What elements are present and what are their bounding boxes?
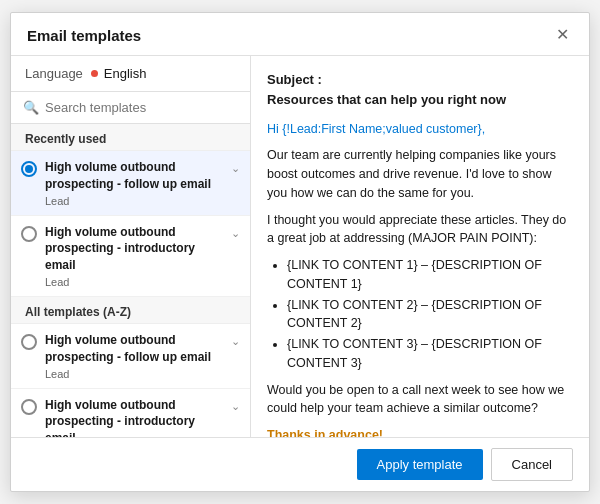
dialog-body: Language English 🔍 Recently used	[11, 56, 589, 437]
language-row: Language English	[11, 56, 250, 92]
subject-label: Subject :	[267, 72, 322, 87]
body-para-1: Our team are currently helping companies…	[267, 146, 573, 202]
radio-empty-3	[21, 334, 37, 350]
radio-empty-2	[21, 226, 37, 242]
template-text-2: High volume outbound prospecting - intro…	[45, 224, 227, 288]
body-para-3: Would you be open to a call next week to…	[267, 381, 573, 419]
dialog-header: Email templates ✕	[11, 13, 589, 56]
email-templates-dialog: Email templates ✕ Language English 🔍 Rec…	[10, 12, 590, 492]
list-item-3: {LINK TO CONTENT 3} – {DESCRIPTION OF CO…	[287, 335, 573, 373]
right-panel: Subject : Resources that can help you ri…	[251, 56, 589, 437]
left-panel: Language English 🔍 Recently used	[11, 56, 251, 437]
template-tag-2: Lead	[45, 276, 227, 288]
template-name-2: High volume outbound prospecting - intro…	[45, 224, 227, 274]
language-label: Language	[25, 66, 83, 81]
template-tag-3: Lead	[45, 368, 227, 380]
templates-list: Recently used High volume outbound prosp…	[11, 124, 250, 437]
all-templates-header: All templates (A-Z)	[11, 297, 250, 324]
radio-selected-1	[21, 161, 37, 177]
all-templates-item-1[interactable]: High volume outbound prospecting - follo…	[11, 324, 250, 389]
dialog-title: Email templates	[27, 27, 141, 44]
search-icon: 🔍	[23, 100, 39, 115]
search-box: 🔍	[11, 92, 250, 124]
language-value: English	[104, 66, 147, 81]
body-para-2: I thought you would appreciate these art…	[267, 211, 573, 249]
template-text-4: High volume outbound prospecting - intro…	[45, 397, 227, 437]
thanks-text: Thanks in advance!	[267, 426, 573, 437]
cancel-button[interactable]: Cancel	[491, 448, 573, 481]
dialog-footer: Apply template Cancel	[11, 437, 589, 491]
template-name-4: High volume outbound prospecting - intro…	[45, 397, 227, 437]
content-list: {LINK TO CONTENT 1} – {DESCRIPTION OF CO…	[287, 256, 573, 373]
apply-template-button[interactable]: Apply template	[357, 449, 483, 480]
template-text-1: High volume outbound prospecting - follo…	[45, 159, 227, 207]
template-text-3: High volume outbound prospecting - follo…	[45, 332, 227, 380]
subject-value: Resources that can help you right now	[267, 92, 506, 107]
language-required-dot	[91, 70, 98, 77]
list-item-1: {LINK TO CONTENT 1} – {DESCRIPTION OF CO…	[287, 256, 573, 294]
chevron-down-icon-1: ⌄	[231, 162, 240, 175]
radio-dot-1	[25, 165, 33, 173]
chevron-down-icon-4: ⌄	[231, 400, 240, 413]
chevron-down-icon-2: ⌄	[231, 227, 240, 240]
all-templates-item-2[interactable]: High volume outbound prospecting - intro…	[11, 389, 250, 437]
recently-used-header: Recently used	[11, 124, 250, 151]
chevron-down-icon-3: ⌄	[231, 335, 240, 348]
subject-line: Subject : Resources that can help you ri…	[267, 70, 573, 110]
greeting: Hi {!Lead:First Name;valued customer},	[267, 120, 573, 139]
template-name-1: High volume outbound prospecting - follo…	[45, 159, 227, 193]
template-name-3: High volume outbound prospecting - follo…	[45, 332, 227, 366]
radio-empty-4	[21, 399, 37, 415]
search-input[interactable]	[45, 100, 238, 115]
recently-used-item-1[interactable]: High volume outbound prospecting - follo…	[11, 151, 250, 216]
recently-used-item-2[interactable]: High volume outbound prospecting - intro…	[11, 216, 250, 297]
template-tag-1: Lead	[45, 195, 227, 207]
list-item-2: {LINK TO CONTENT 2} – {DESCRIPTION OF CO…	[287, 296, 573, 334]
close-button[interactable]: ✕	[552, 25, 573, 45]
